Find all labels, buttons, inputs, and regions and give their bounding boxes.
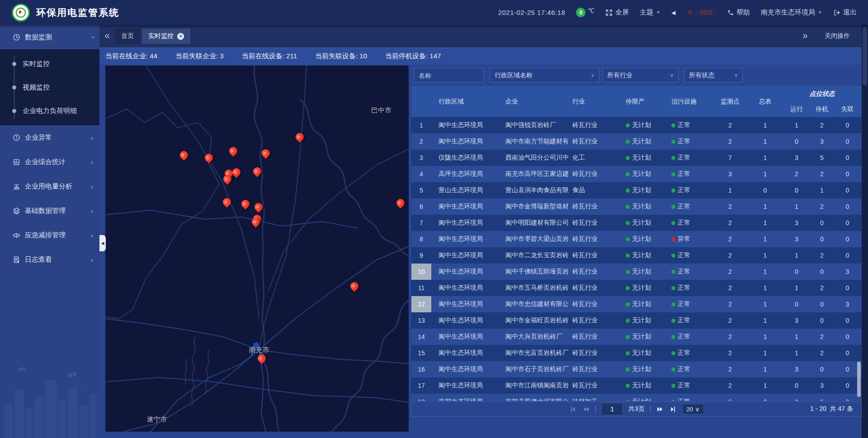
cell-stop-status: 无计划 <box>622 235 670 243</box>
prev-page-button[interactable] <box>582 405 590 413</box>
sidebar-item[interactable]: 企业综合统计‹ <box>0 150 99 174</box>
cell-company: 阆中市枣碧大梁山页岩 <box>500 235 569 243</box>
top-header: 环保用电监管系统 2021-02-25 17:46:18 0 ℃ 全屏 主题 ▼… <box>0 0 868 25</box>
cell-halt-count: 0 <box>811 317 833 324</box>
table-row[interactable]: 13阆中生态环境局阆中市金福旺页岩机砖砖瓦行业无计划正常21300 <box>411 312 862 329</box>
close-operations-button[interactable]: 关闭操作 <box>825 32 850 40</box>
chevron-down-icon: ▼ <box>656 10 660 14</box>
map-marker-icon[interactable] <box>257 353 266 365</box>
notification-bell[interactable]: 2632 <box>686 9 717 16</box>
status-dot-icon <box>626 140 630 144</box>
map-marker-icon[interactable] <box>241 199 250 211</box>
tab-close-icon[interactable]: ✕ <box>177 33 184 40</box>
map-marker-icon[interactable] <box>179 150 189 162</box>
map-marker-icon[interactable] <box>261 148 270 160</box>
help-button[interactable]: 帮助 <box>727 8 750 17</box>
industry-filter-select[interactable]: 所有行业 ∨ <box>602 68 679 83</box>
cell-run-count: 1 <box>783 349 811 357</box>
cell-facility-status: 正常 <box>670 284 712 292</box>
tab[interactable]: 首页 <box>115 28 140 44</box>
table-row[interactable]: 16阆中生态环境局阆中市石子页岩机砖厂砖瓦行业无计划正常21300 <box>411 361 862 377</box>
cell-company: 阆中市南方节能建材有 <box>500 137 569 146</box>
fullscreen-button[interactable]: 全屏 <box>605 8 629 17</box>
alert-icon <box>13 134 20 141</box>
last-page-button[interactable] <box>669 405 677 413</box>
sidebar-item[interactable]: 日志查看‹ <box>0 247 99 272</box>
page-number-input[interactable] <box>601 403 623 415</box>
sidebar-subitem[interactable]: 视频监控 <box>0 75 99 99</box>
page-scrollbar-thumb[interactable] <box>863 27 867 85</box>
status-dot-icon <box>671 367 675 372</box>
tabs-scroll-left-button[interactable] <box>99 33 115 39</box>
status-dot-icon <box>626 351 630 355</box>
sidebar-subitem-label: 企业电力负荷明细 <box>23 107 77 115</box>
table-scrollbar[interactable] <box>857 362 861 397</box>
theme-dropdown[interactable]: 主题 ▼ <box>640 8 660 17</box>
sidebar-subitem[interactable]: 实时监控 <box>0 52 99 75</box>
map-marker-icon[interactable] <box>232 167 241 179</box>
sidebar-item[interactable]: 企业用电量分析‹ <box>0 174 99 198</box>
status-dot-icon <box>626 188 630 193</box>
sidebar-item[interactable]: 基础数据管理‹ <box>0 198 99 223</box>
table-row[interactable]: 9阆中生态环境局阆中市二龙长宝页岩砖砖瓦行业无计划正常21120 <box>411 247 862 264</box>
stat-item: 当前失联设备: 10 <box>315 52 367 61</box>
map-marker-icon[interactable] <box>254 202 263 214</box>
cell-industry: 化工 <box>569 154 622 162</box>
status-filter-select[interactable]: 所有状态 ∨ <box>684 68 743 83</box>
status-dot-icon <box>671 351 675 355</box>
table-row[interactable]: 2阆中生态环境局阆中市南方节能建材有砖瓦行业无计划正常21030 <box>411 133 862 150</box>
user-dropdown[interactable]: 南充市生态环境局 ▼ <box>761 8 822 17</box>
cell-monitor-count: 2 <box>712 301 748 308</box>
map-marker-icon[interactable] <box>223 174 232 186</box>
map-marker-icon[interactable] <box>295 132 304 144</box>
table-row[interactable]: 8阆中生态环境局阆中市枣碧大梁山页岩砖瓦行业无计划异常21300 <box>411 231 862 247</box>
map-panel[interactable]: 巴中市南充市遂宁市 <box>105 66 409 432</box>
table-row[interactable]: 10阆中生态环境局阆中千佛镇五郎垭页岩砖瓦行业无计划正常21003 <box>411 264 862 280</box>
sidebar-item[interactable]: 数据监测‹ <box>0 25 99 49</box>
sidebar-collapse-handle[interactable]: ◀ <box>99 235 106 251</box>
divider <box>595 405 596 413</box>
cell-facility-status: 正常 <box>670 186 712 194</box>
map-marker-icon[interactable] <box>253 166 262 178</box>
table-row[interactable]: 7阆中生态环境局阆中明阳建材有限公司砖瓦行业无计划正常21300 <box>411 215 862 231</box>
cell-index: 12 <box>411 296 431 312</box>
status-dot-icon <box>626 123 630 127</box>
table-row[interactable]: 3仪陇生态环境局西南油气田分公司川中化工无计划正常71350 <box>411 150 862 166</box>
table-row[interactable]: 11阆中生态环境局阆中市五马桥页岩机砖砖瓦行业无计划正常21120 <box>411 280 862 296</box>
region-filter-select[interactable]: 行政区域名称 ∨ <box>490 68 599 83</box>
logout-button[interactable]: 退出 <box>833 8 857 17</box>
sidebar-item[interactable]: 应急减排管理‹ <box>0 223 99 247</box>
cell-index: 5 <box>411 182 431 198</box>
next-page-button[interactable] <box>656 405 664 413</box>
table-row[interactable]: 17阆中生态环境局阆中市江南镇阆南页岩砖瓦行业无计划正常21030 <box>411 377 862 394</box>
first-page-button[interactable] <box>569 405 577 413</box>
map-marker-icon[interactable] <box>229 146 238 158</box>
table-row[interactable]: 14阆中生态环境局阆中大兴页岩机砖厂砖瓦行业无计划正常21120 <box>411 329 862 345</box>
tabs-scroll-right-button[interactable] <box>797 33 813 39</box>
cell-run-count: 3 <box>783 317 811 324</box>
tab-label: 实时监控 <box>148 32 174 40</box>
table-row[interactable]: 18南部生态环境局南部县双佛水泥有限公砖材加工无计划正常60060 <box>411 394 862 401</box>
map-marker-icon[interactable] <box>251 217 260 229</box>
cell-stop-status: 无计划 <box>622 316 670 325</box>
tab[interactable]: 实时监控✕ <box>142 28 190 44</box>
table-row[interactable]: 12阆中生态环境局阆中市忠信建材有限公砖瓦行业无计划正常21003 <box>411 296 862 312</box>
page-scrollbar[interactable] <box>862 25 868 438</box>
table-row[interactable]: 1阆中生态环境局阆中强锐页岩砖厂砖瓦行业无计划正常21120 <box>411 117 862 133</box>
table-row[interactable]: 4高坪生态环境局南充市高坪区王家店建砖瓦行业无计划正常31220 <box>411 166 862 182</box>
page-size-select[interactable]: 20 ∨ <box>682 404 704 414</box>
map-marker-icon[interactable] <box>396 198 405 210</box>
map-marker-icon[interactable] <box>204 153 213 165</box>
sound-icon[interactable]: ◀ <box>671 9 675 16</box>
table-row[interactable]: 5营山生态环境局营山县润丰肉食品有限食品无计划正常10010 <box>411 182 862 198</box>
status-dot-icon <box>671 254 675 258</box>
table-row[interactable]: 15阆中生态环境局阆中市光富页岩机砖厂砖瓦行业无计划正常21120 <box>411 345 862 361</box>
map-marker-icon[interactable] <box>350 281 359 293</box>
map-marker-icon[interactable] <box>222 197 231 209</box>
table-row[interactable]: 6阆中生态环境局阆中市金博瑞新型墙材砖瓦行业无计划正常21120 <box>411 198 862 215</box>
name-filter-input[interactable] <box>414 68 484 83</box>
sidebar-item[interactable]: 企业异常‹ <box>0 125 99 150</box>
sidebar: 数据监测‹实时监控视频监控企业电力负荷明细企业异常‹企业综合统计‹企业用电量分析… <box>0 25 99 438</box>
cell-lost-count: 0 <box>833 219 862 226</box>
sidebar-subitem[interactable]: 企业电力负荷明细 <box>0 99 99 122</box>
